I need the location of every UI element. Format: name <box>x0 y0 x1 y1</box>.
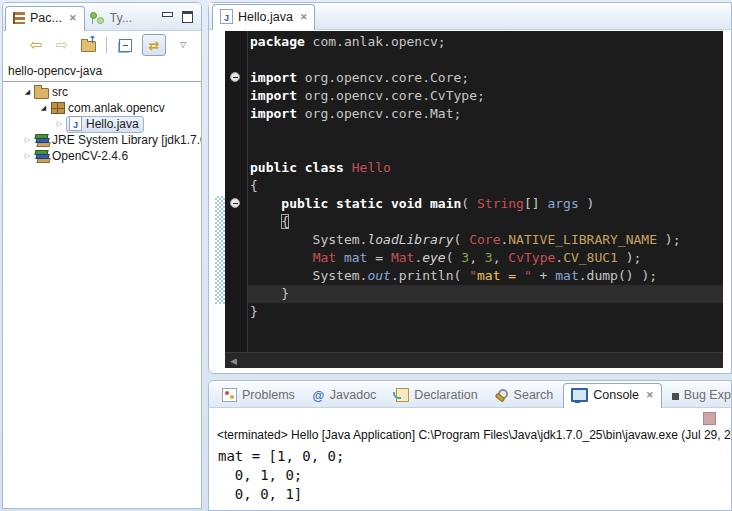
type-hierarchy-icon <box>92 12 105 24</box>
fold-collapse-icon[interactable] <box>230 198 240 208</box>
expand-arrow-icon[interactable]: ▷ <box>23 153 32 160</box>
library-icon <box>35 134 49 147</box>
code-token: 3 <box>461 250 469 265</box>
code-line[interactable]: { <box>250 177 723 195</box>
code-token: . <box>555 250 563 265</box>
code-line[interactable]: System.out.println( "mat = " + mat.dump(… <box>250 267 723 285</box>
code-line[interactable]: public static void main( String[] args ) <box>250 195 723 213</box>
code-line[interactable]: Mat mat = Mat.eye( 3, 3, CvType.CV_8UC1 … <box>250 249 723 267</box>
back-button[interactable]: ⇦ <box>27 36 45 54</box>
tree-item-body: com.anlak.opencv <box>50 101 165 115</box>
code-token: ); <box>618 250 641 265</box>
collapse-all-button[interactable] <box>116 36 134 54</box>
tree-item-label: com.anlak.opencv <box>68 101 165 115</box>
code-area[interactable]: package com.anlak.opencv;import org.open… <box>248 31 723 352</box>
code-token: Hello <box>352 160 391 175</box>
code-line[interactable]: import org.opencv.core.Core; <box>250 69 723 87</box>
code-line[interactable] <box>250 141 723 159</box>
overview-ruler <box>723 31 731 368</box>
tab-ty[interactable]: Ty... <box>85 7 140 30</box>
tab-hello-java[interactable]: Hello.java ✕ <box>212 4 315 30</box>
code-line[interactable] <box>250 51 723 69</box>
code-line[interactable]: } <box>250 303 723 321</box>
code-token: [] <box>524 196 547 211</box>
tree-item-hello-java[interactable]: ▷Hello.java <box>3 116 201 132</box>
project-root-label[interactable]: hello-opencv-java <box>3 61 201 80</box>
code-line[interactable]: public class Hello <box>250 159 723 177</box>
maximize-icon[interactable] <box>182 11 193 23</box>
code-line[interactable]: { <box>250 213 723 231</box>
project-tree: hello-opencv-java ◢src◢com.anlak.opencv▷… <box>3 59 201 164</box>
code-token: CV_8UC1 <box>563 250 618 265</box>
tab-problems[interactable]: Problems <box>215 384 302 407</box>
code-token: + <box>532 268 555 283</box>
tree-item-jre-system-library-jdk1-7-0[interactable]: ▷JRE System Library [jdk1.7.0 <box>3 132 201 148</box>
minimize-icon[interactable] <box>162 12 173 17</box>
code-token: ) <box>579 196 595 211</box>
tab-bug-explorer[interactable]: Bug Explorer <box>665 384 732 407</box>
tree-item-label: JRE System Library [jdk1.7.0 <box>52 133 202 147</box>
expand-arrow-icon[interactable]: ▷ <box>55 121 64 128</box>
code-token: = <box>367 250 390 265</box>
code-token: com.anlak.opencv; <box>305 34 446 49</box>
console-output[interactable]: mat = [1, 0, 0; 0, 1, 0; 0, 0, 1] <box>218 447 344 504</box>
package-explorer-icon <box>13 12 25 24</box>
declaration-icon <box>396 388 409 402</box>
code-line[interactable]: import org.opencv.core.Mat; <box>250 105 723 123</box>
code-token: } <box>250 304 258 319</box>
code-token: ( <box>461 196 477 211</box>
package-icon <box>51 102 65 114</box>
tab-declaration[interactable]: Declaration <box>386 384 484 407</box>
code-editor[interactable]: package com.anlak.opencv;import org.open… <box>225 31 723 368</box>
back-icon: ⇦ <box>30 38 43 53</box>
tab-label: Search <box>514 388 554 402</box>
link-with-editor-button[interactable]: ⇄ <box>142 34 166 56</box>
scroll-left-arrow-icon[interactable]: ◀ <box>225 356 237 366</box>
view-menu-button[interactable]: ▽ <box>174 36 192 54</box>
tab-console[interactable]: Console✕ <box>563 383 661 408</box>
tab-search[interactable]: Search <box>488 384 561 407</box>
code-token: Mat <box>391 250 414 265</box>
up-button[interactable] <box>79 36 97 54</box>
up-folder-icon <box>81 41 96 52</box>
collapse-all-icon <box>119 39 132 52</box>
code-line[interactable]: } <box>248 285 723 303</box>
console-output-line: mat = [1, 0, 0; <box>218 447 344 466</box>
tab-label: Declaration <box>414 388 477 402</box>
tab-pac[interactable]: Pac...✕ <box>5 6 85 31</box>
console-output-line: 0, 0, 1] <box>218 485 344 504</box>
collapse-arrow-icon[interactable]: ◢ <box>23 89 32 96</box>
horizontal-scrollbar[interactable]: ◀ <box>225 352 723 368</box>
toolbar-separator <box>106 37 107 53</box>
console-panel: ProblemsJavadocDeclarationSearchConsole✕… <box>208 380 732 511</box>
code-token: " <box>524 268 532 283</box>
package-folder-icon <box>34 88 49 99</box>
tree-item-src[interactable]: ◢src <box>3 84 201 100</box>
code-token: .println( <box>391 268 469 283</box>
terminate-button[interactable] <box>703 412 716 425</box>
tab-javadoc[interactable]: Javadoc <box>305 384 384 407</box>
forward-button[interactable]: ⇨ <box>53 36 71 54</box>
java-file-icon <box>69 116 82 131</box>
code-line[interactable]: System.loadLibrary( Core.NATIVE_LIBRARY_… <box>250 231 723 249</box>
close-icon[interactable]: ✕ <box>646 390 654 400</box>
code-token <box>250 214 281 229</box>
vertical-ruler <box>215 31 225 368</box>
tree-item-opencv-2-4-6[interactable]: ▷OpenCV-2.4.6 <box>3 148 201 164</box>
fold-collapse-icon[interactable] <box>230 72 240 82</box>
code-line[interactable]: package com.anlak.opencv; <box>250 33 723 51</box>
window-buttons <box>162 11 201 30</box>
collapse-arrow-icon[interactable]: ◢ <box>39 105 48 112</box>
selected-tree-item: Hello.java <box>66 116 144 133</box>
code-line[interactable] <box>250 123 723 141</box>
expand-arrow-icon[interactable]: ▷ <box>23 137 32 144</box>
code-token: public static void main <box>281 196 461 211</box>
left-panel-tabbar: Pac...✕Ty... <box>3 3 201 31</box>
package-explorer-panel: Pac...✕Ty... ⇦ ⇨ ⇄ ▽ hello-opencv-java ◢… <box>2 2 202 509</box>
close-icon[interactable]: ✕ <box>300 12 308 22</box>
close-icon[interactable]: ✕ <box>69 13 77 23</box>
code-line[interactable]: import org.opencv.core.CvType; <box>250 87 723 105</box>
tree-item-label: src <box>52 85 68 99</box>
console-icon <box>571 388 588 402</box>
tree-item-com-anlak-opencv[interactable]: ◢com.anlak.opencv <box>3 100 201 116</box>
